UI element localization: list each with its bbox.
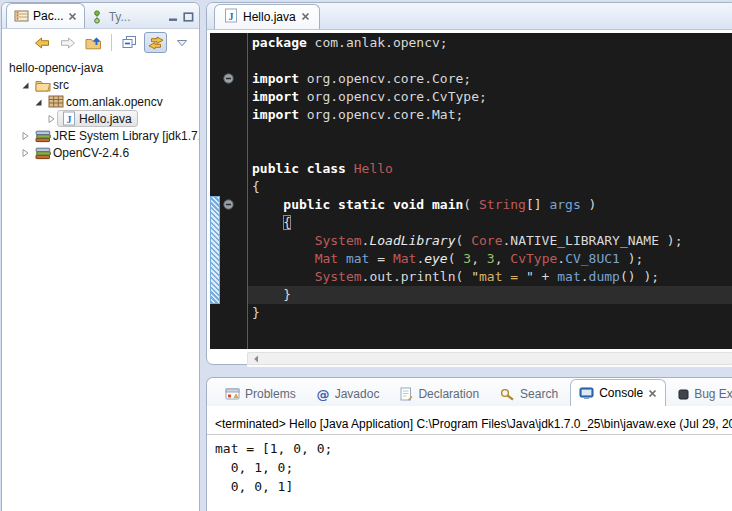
up-folder-icon <box>85 35 103 50</box>
code-token: 3 <box>463 251 471 266</box>
code-token: . <box>557 251 565 266</box>
view-tab-ty[interactable]: Ty... <box>85 5 138 28</box>
view-tab-pac[interactable]: Pac... <box>6 3 85 28</box>
code-token: ) <box>581 197 597 212</box>
fold-marker[interactable] <box>223 73 234 84</box>
view-tab-declaration[interactable]: Declaration <box>391 382 487 406</box>
code-token: , <box>471 251 487 266</box>
folding-ruler[interactable] <box>220 33 248 349</box>
annotation-ruler[interactable] <box>210 33 220 349</box>
tree-item-hello-opencv-java[interactable]: hello-opencv-java <box>2 59 199 76</box>
forward-button[interactable] <box>56 32 79 53</box>
code-line[interactable] <box>248 142 732 160</box>
code-token: public class <box>252 161 346 176</box>
close-icon[interactable] <box>68 12 77 21</box>
view-tab-label: Console <box>599 386 643 400</box>
console-output-line: mat = [1, 0, 0; <box>215 439 729 458</box>
close-icon[interactable] <box>648 389 657 398</box>
console-output-line: 0, 0, 1] <box>215 477 729 496</box>
method-range-indicator <box>210 196 220 304</box>
code-token: com.anlak.opencv; <box>307 35 448 50</box>
scroll-left-icon[interactable] <box>252 354 260 364</box>
code-line[interactable]: package com.anlak.opencv; <box>248 34 732 52</box>
close-icon[interactable] <box>301 12 310 21</box>
collapse-all-button[interactable] <box>118 32 141 53</box>
code-line[interactable]: } <box>248 286 732 304</box>
code-token: Mat <box>315 251 338 266</box>
horizontal-scrollbar[interactable] <box>247 351 732 367</box>
console-output: mat = [1, 0, 0; 0, 1, 0; 0, 0, 1] <box>207 435 732 500</box>
back-icon <box>33 36 51 50</box>
view-tab-search[interactable]: Search <box>491 382 566 406</box>
project-tree: hello-opencv-javasrccom.anlak.opencvJHel… <box>2 56 199 161</box>
back-button[interactable] <box>30 32 53 53</box>
library-icon <box>34 146 52 160</box>
maximize-button[interactable] <box>183 12 194 22</box>
code-line[interactable]: import org.opencv.core.Mat; <box>248 106 732 124</box>
code-token: CV_8UC1 <box>565 251 620 266</box>
editor-body: package com.anlak.opencv;import org.open… <box>207 30 732 367</box>
code-line[interactable]: Mat mat = Mat.eye( 3, 3, CvType.CV_8UC1 … <box>248 250 732 268</box>
search-icon <box>499 387 515 401</box>
svg-text:@: @ <box>316 387 329 401</box>
type-hierarchy-icon <box>92 10 105 24</box>
tree-item-opencv-2-4-6[interactable]: OpenCV-2.4.6 <box>2 144 199 161</box>
expand-arrow-icon[interactable] <box>31 96 44 108</box>
code-token: " <box>471 269 479 284</box>
tree-item-jre-system-library-jdk1-7-0[interactable]: JRE System Library [jdk1.7.0 <box>2 127 199 144</box>
code-token: import <box>252 71 299 86</box>
fold-marker[interactable] <box>223 199 234 210</box>
collapse-all-icon <box>121 35 138 50</box>
code-token: .out.println( <box>362 269 472 284</box>
code-token: System <box>315 233 362 248</box>
svg-text:J: J <box>229 11 234 22</box>
code-line[interactable]: import org.opencv.core.CvType; <box>248 88 732 106</box>
link-with-editor-button[interactable] <box>144 32 167 53</box>
view-tab-javadoc[interactable]: @Javadoc <box>308 382 388 406</box>
link-editor-icon <box>147 36 165 50</box>
code-token: ); <box>620 251 643 266</box>
code-line[interactable]: System.LoadLibrary( Core.NATIVE_LIBRARY_… <box>248 232 732 250</box>
package-explorer-icon <box>14 9 29 23</box>
view-menu-button[interactable] <box>170 32 193 53</box>
expand-arrow-icon[interactable] <box>18 79 31 91</box>
javadoc-icon: @ <box>316 387 330 401</box>
code-token: Hello <box>354 161 393 176</box>
code-line[interactable] <box>248 52 732 70</box>
code-line[interactable]: { <box>248 178 732 196</box>
code-line[interactable] <box>248 124 732 142</box>
editor-area: J Hello.java package com.anlak.opencv;im… <box>206 2 732 365</box>
editor-tab-hello-java[interactable]: J Hello.java <box>214 4 320 29</box>
collapse-arrow-icon[interactable] <box>18 147 31 159</box>
code-editor[interactable]: package com.anlak.opencv;import org.open… <box>210 33 732 349</box>
tree-item-src[interactable]: src <box>2 76 199 93</box>
code-token: ( <box>448 251 464 266</box>
code-line[interactable]: public static void main( String[] args ) <box>248 196 732 214</box>
code-line[interactable]: { <box>248 214 732 232</box>
collapse-arrow-icon[interactable] <box>44 113 57 125</box>
code-token: 3 <box>487 251 495 266</box>
code-token: System <box>315 269 362 284</box>
code-token: } <box>252 287 291 302</box>
tree-item-com-anlak-opencv[interactable]: com.anlak.opencv <box>2 93 199 110</box>
code-line[interactable]: System.out.println( "mat = " + mat.dump(… <box>248 268 732 286</box>
code-token: { <box>283 215 291 230</box>
package-explorer-tabbar: Pac...Ty... <box>2 3 199 29</box>
console-panel: Problems@JavadocDeclarationSearchConsole… <box>206 377 732 511</box>
java-file-icon: J <box>60 111 78 126</box>
view-tab-problems[interactable]: Problems <box>217 382 304 406</box>
code-line[interactable]: public class Hello <box>248 160 732 178</box>
code-token: = <box>369 251 392 266</box>
collapse-arrow-icon[interactable] <box>18 130 31 142</box>
view-tab-bug-explorer[interactable]: Bug Explorer <box>670 382 732 406</box>
up-button[interactable] <box>82 32 105 53</box>
code-line[interactable]: } <box>248 304 732 322</box>
view-tab-console[interactable]: Console <box>570 379 666 406</box>
tree-item-hello-java[interactable]: JHello.java <box>2 110 199 127</box>
code-token: CvType <box>510 251 557 266</box>
code-token <box>252 215 283 230</box>
minimize-button[interactable] <box>168 12 179 22</box>
code-token: Mat <box>393 251 416 266</box>
code-line[interactable]: import org.opencv.core.Core; <box>248 70 732 88</box>
tree-item-label: com.anlak.opencv <box>65 95 166 109</box>
